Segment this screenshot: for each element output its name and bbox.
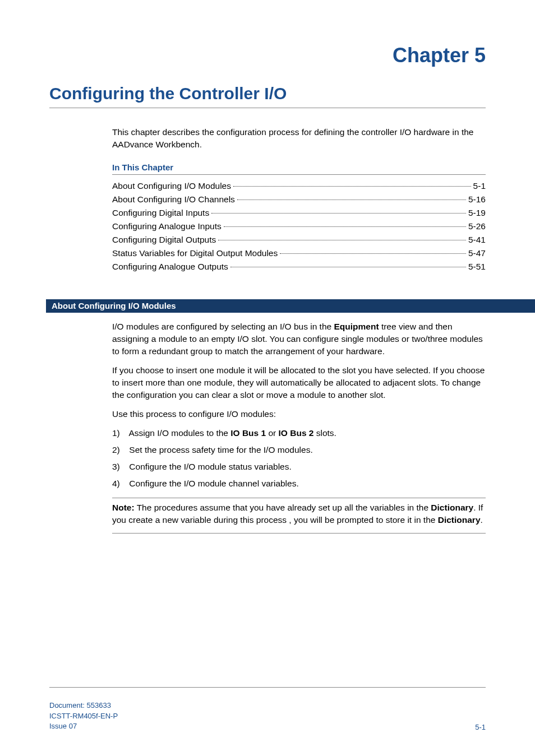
body-paragraph: Use this process to configure I/O module…: [112, 408, 486, 420]
text: I/O modules are configured by selecting …: [112, 322, 334, 331]
in-this-chapter-heading: In This Chapter: [112, 163, 486, 172]
page-footer: Document: 553633 ICSTT-RM405f-EN-P Issue…: [49, 701, 486, 731]
bold: IO Bus 1: [230, 428, 266, 438]
list-item: 4) Configure the I/O module channel vari…: [112, 477, 486, 490]
footer-doc-label: Document:: [49, 701, 86, 709]
toc-row[interactable]: Configuring Digital Outputs 5-41: [112, 233, 486, 247]
body-paragraph: If you choose to insert one module it wi…: [112, 364, 486, 401]
text: or: [266, 428, 278, 438]
note-top-sep: [112, 498, 486, 498]
toc-dots: [224, 226, 466, 227]
note-bottom-sep: [112, 533, 486, 534]
list-item: 1) Assign I/O modules to the IO Bus 1 or…: [112, 427, 486, 439]
toc-dots: [218, 240, 466, 240]
chapter-title: Configuring the Controller I/O: [49, 84, 486, 103]
toc-row[interactable]: About Configuring I/O Channels 5-16: [112, 193, 486, 206]
note-label: Note:: [112, 503, 135, 512]
toc-dots: [230, 267, 466, 267]
toc-dots: [280, 253, 466, 254]
toc-row[interactable]: About Configuring I/O Modules 5-1: [112, 179, 486, 193]
list-num: 3): [112, 461, 127, 473]
footer-left: Document: 553633 ICSTT-RM405f-EN-P Issue…: [49, 701, 118, 731]
bold: Dictionary: [431, 503, 473, 512]
toc-dots: [233, 186, 471, 187]
text: .: [481, 515, 483, 525]
toc-dots: [237, 200, 466, 200]
toc-row[interactable]: Configuring Analogue Inputs 5-26: [112, 220, 486, 233]
toc-label: Configuring Analogue Outputs: [112, 260, 228, 273]
toc-row[interactable]: Configuring Digital Inputs 5-19: [112, 206, 486, 220]
toc-label: Configuring Digital Inputs: [112, 206, 209, 220]
text: The procedures assume that you have alre…: [135, 503, 431, 512]
toc-label: About Configuring I/O Modules: [112, 179, 231, 193]
bold: IO Bus 2: [279, 428, 314, 438]
toc-page: 5-1: [473, 179, 486, 193]
toc-page: 5-51: [468, 260, 486, 273]
text: slots.: [313, 428, 336, 438]
text: Assign I/O modules to the: [128, 428, 230, 438]
text: Configure the I/O module status variable…: [129, 462, 291, 471]
list-num: 1): [112, 427, 127, 439]
toc-row[interactable]: Configuring Analogue Outputs 5-51: [112, 260, 486, 273]
toc-label: Status Variables for Digital Output Modu…: [112, 247, 278, 260]
text: Configure the I/O module channel variabl…: [129, 479, 298, 488]
list-num: 4): [112, 477, 127, 490]
section-heading-bar: About Configuring I/O Modules: [46, 299, 535, 313]
footer-line: [49, 687, 486, 688]
chapter-intro: This chapter describes the configuration…: [112, 126, 486, 150]
sub-underline: [112, 174, 486, 175]
list-item: 3) Configure the I/O module status varia…: [112, 461, 486, 473]
title-underline: [49, 108, 486, 108]
list-item: 2) Set the process safety time for the I…: [112, 444, 486, 456]
ordered-list: 1) Assign I/O modules to the IO Bus 1 or…: [112, 427, 486, 490]
footer-code: ICSTT-RM405f-EN-P: [49, 711, 118, 721]
footer-doc-num: 553633: [86, 701, 110, 709]
chapter-number: Chapter 5: [49, 44, 486, 67]
toc-row[interactable]: Status Variables for Digital Output Modu…: [112, 247, 486, 260]
bold: Equipment: [334, 322, 379, 331]
toc-label: About Configuring I/O Channels: [112, 193, 235, 206]
toc-page: 5-47: [468, 247, 486, 260]
list-num: 2): [112, 444, 127, 456]
toc-page: 5-19: [468, 206, 486, 220]
toc-dots: [211, 213, 466, 214]
footer-issue: Issue 07: [49, 721, 118, 731]
bold: Dictionary: [438, 515, 481, 525]
footer-page-number: 5-1: [475, 723, 486, 731]
toc-label: Configuring Analogue Inputs: [112, 220, 222, 233]
toc-page: 5-26: [468, 220, 486, 233]
toc-page: 5-16: [468, 193, 486, 206]
note-paragraph: Note: The procedures assume that you hav…: [112, 502, 486, 526]
toc-label: Configuring Digital Outputs: [112, 233, 216, 247]
body-paragraph: I/O modules are configured by selecting …: [112, 321, 486, 358]
toc-page: 5-41: [468, 233, 486, 247]
toc: About Configuring I/O Modules 5-1 About …: [112, 179, 486, 273]
text: Set the process safety time for the I/O …: [129, 445, 312, 454]
